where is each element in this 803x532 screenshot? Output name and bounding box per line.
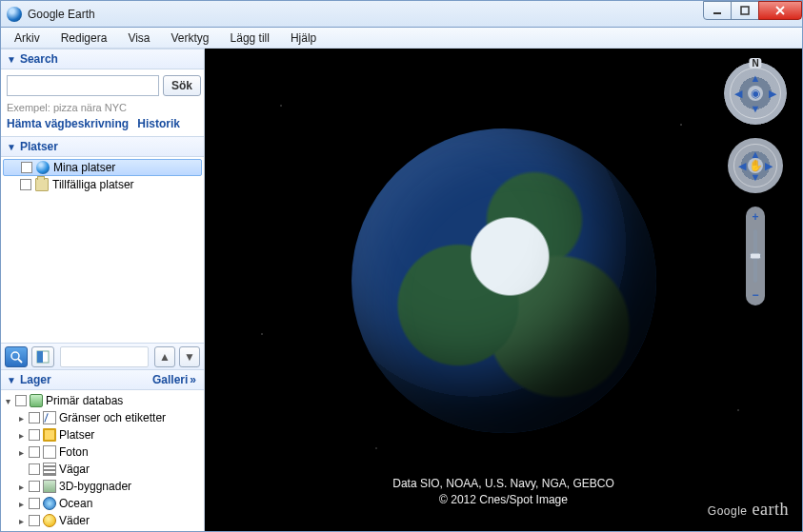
app-window: Arkiv Redigera Visa Verktyg Lägg till Hj… [0,27,803,532]
pan-ring[interactable]: ▲ ▼ ◀ ▶ ✋ [728,138,783,193]
main-area: ▼ Search Sök Exempel: pizza nära NYC Häm… [1,49,802,531]
borders-icon [43,411,56,424]
twisty-icon[interactable]: ▸ [16,499,26,509]
zoom-thumb[interactable] [750,253,761,260]
layer-label: Vägar [59,463,90,476]
place-label: Mina platser [53,161,115,174]
checkbox-icon[interactable] [29,515,40,526]
search-panel-header[interactable]: ▼ Search [1,49,204,69]
zoom-out-button[interactable]: − [749,288,762,302]
look-down-arrow-icon[interactable]: ▼ [751,103,761,114]
db-icon [30,394,43,407]
checkbox-icon[interactable] [20,179,31,190]
layer-row[interactable]: ▾Primär databas [1,392,204,409]
photos-icon [43,445,56,459]
layer-label: Primär databas [46,394,123,407]
find-button[interactable] [5,346,28,367]
window-title: Google Earth [28,8,95,21]
opacity-slider[interactable] [60,346,149,367]
search-input[interactable] [7,75,159,96]
gallery-link[interactable]: Galleri [152,373,198,386]
search-panel-body: Sök Exempel: pizza nära NYC Hämta vägbes… [1,69,204,136]
earth-viewport[interactable]: Data SIO, NOAA, U.S. Navy, NGA, GEBCO © … [205,49,802,531]
zoom-in-button[interactable]: + [749,210,762,224]
earth-globe[interactable] [351,128,656,433]
nav-controls: N ▲ ▼ ◀ ▶ ◉ ▲ ▼ ◀ ▶ ✋ + − [722,62,789,305]
checkbox-icon[interactable] [29,481,40,492]
directions-link[interactable]: Hämta vägbeskrivning [7,117,129,130]
place-item-tillfalliga-platser[interactable]: Tillfälliga platser [1,176,204,193]
minimize-button[interactable] [703,1,732,20]
menu-redigera[interactable]: Redigera [51,30,117,47]
twisty-icon[interactable]: ▸ [16,447,26,458]
zoom-track[interactable] [753,229,757,283]
chevron-down-icon: ▼ [7,142,16,152]
layer-row[interactable]: ▸Platser [1,426,204,443]
places-panel-header[interactable]: ▼ Platser [1,136,204,157]
eye-icon[interactable]: ◉ [748,86,763,101]
layer-label: Väder [59,514,90,527]
look-right-arrow-icon[interactable]: ▶ [769,88,776,100]
twisty-icon[interactable]: ▸ [16,482,26,492]
place-item-mina-platser[interactable]: Mina platser [3,159,202,176]
checkbox-icon[interactable] [29,429,40,441]
twisty-icon[interactable]: ▾ [3,396,12,406]
layers-panel-header[interactable]: ▼ Lager Galleri [1,369,204,390]
move-up-button[interactable]: ▲ [154,346,175,367]
menu-visa[interactable]: Visa [118,30,159,47]
twisty-icon[interactable]: ▸ [16,516,26,526]
checkbox-icon[interactable] [21,162,32,173]
search-button[interactable]: Sök [163,75,201,96]
move-down-button[interactable]: ▼ [179,346,200,367]
look-ring[interactable]: N ▲ ▼ ◀ ▶ ◉ [724,62,787,125]
layer-row[interactable]: ▸Foton [1,443,204,461]
zoom-slider[interactable]: + − [746,207,765,305]
opacity-button[interactable] [31,346,54,367]
brand-watermark: Google earth [708,500,789,520]
place-label: Tillfälliga platser [52,178,134,191]
layers-panel-body: ▾Primär databas▸Gränser och etiketter▸Pl… [1,390,204,531]
layer-row[interactable]: Vägar [1,461,204,478]
checkbox-icon[interactable] [29,498,40,509]
attribution-line-1: Data SIO, NOAA, U.S. Navy, NGA, GEBCO [205,476,802,492]
layer-row[interactable]: ▸3D-byggnader [1,478,204,495]
weather-icon [43,514,56,527]
menu-lagg-till[interactable]: Lägg till [221,30,279,47]
svg-rect-1 [741,7,749,14]
menu-hjalp[interactable]: Hjälp [281,30,326,47]
svg-point-2 [11,352,19,360]
sidebar: ▼ Search Sök Exempel: pizza nära NYC Häm… [1,49,205,531]
history-link[interactable]: Historik [137,117,180,130]
layer-label: Foton [59,445,89,459]
look-up-arrow-icon[interactable]: ▲ [751,72,761,84]
close-button[interactable] [758,1,802,20]
buildings-icon [43,480,56,493]
svg-rect-0 [713,12,721,14]
chevron-down-icon: ▼ [7,54,16,65]
search-hint: Exempel: pizza nära NYC [7,102,198,113]
menu-verktyg[interactable]: Verktyg [162,30,219,47]
roads-icon [43,463,56,476]
pan-up-arrow-icon[interactable]: ▲ [751,148,761,160]
maximize-button[interactable] [731,1,759,20]
chevron-down-icon: ▼ [7,375,16,385]
checkbox-icon[interactable] [29,463,40,475]
checkbox-icon[interactable] [15,395,27,406]
checkbox-icon[interactable] [29,412,40,424]
pan-left-arrow-icon[interactable]: ◀ [738,160,746,172]
ocean-icon [43,497,56,510]
window-controls [704,1,802,20]
layer-row[interactable]: ▸Väder [1,512,204,529]
menu-arkiv[interactable]: Arkiv [5,30,50,47]
layer-row[interactable]: ▸Gränser och etiketter [1,409,204,426]
layer-label: Gränser och etiketter [59,411,166,424]
pan-right-arrow-icon[interactable]: ▶ [765,160,773,172]
look-left-arrow-icon[interactable]: ◀ [734,88,742,100]
north-indicator[interactable]: N [749,58,761,69]
pan-down-arrow-icon[interactable]: ▼ [751,171,761,183]
checkbox-icon[interactable] [29,446,40,458]
twisty-icon[interactable]: ▸ [16,413,26,424]
layer-row[interactable]: ▸Ocean [1,495,204,512]
places-icon [43,428,56,442]
twisty-icon[interactable]: ▸ [16,430,26,441]
